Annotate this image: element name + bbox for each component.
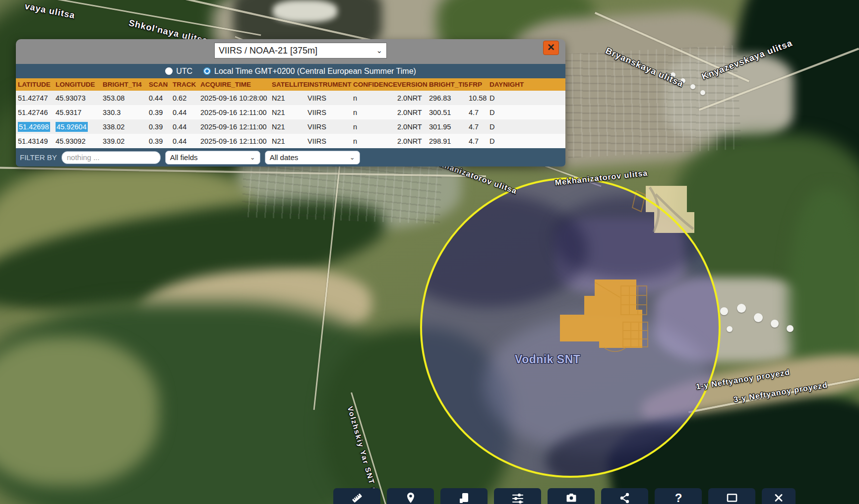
table-cell: 0.62: [173, 94, 200, 102]
local-time-radio-option[interactable]: Local Time GMT+0200 (Central European Su…: [203, 67, 416, 76]
table-cell: 330.3: [103, 109, 149, 116]
help-button[interactable]: ?: [655, 488, 702, 504]
time-toggle-bar: UTC Local Time GMT+0200 (Central Europea…: [16, 64, 565, 78]
close-toolbar-button[interactable]: [762, 488, 796, 504]
filter-by-label: FILTER BY: [20, 153, 57, 162]
svg-text:?: ?: [675, 492, 682, 504]
table-cell: 301.95: [429, 123, 469, 131]
table-header-cell: BRIGHT_TI5: [429, 81, 469, 88]
radio-icon[interactable]: [165, 67, 173, 75]
table-header-cell: ACQUIRE_TIME: [200, 81, 272, 88]
table-cell: D: [490, 94, 565, 102]
table-cell: 338.02: [103, 123, 149, 131]
camera-icon: [565, 492, 578, 504]
table-cell: 51.43149: [18, 137, 56, 145]
dataset-select-value: VIIRS / NOAA-21 [375m]: [219, 46, 317, 56]
table-cell: 0.44: [149, 94, 173, 102]
table-header-cell: BRIGHT_TI4: [103, 81, 149, 88]
share-button[interactable]: [601, 488, 648, 504]
fire-data-popup: VIIRS / NOAA-21 [375m] ⌄ ✕ UTC Local Tim…: [16, 39, 565, 167]
measure-button[interactable]: [333, 488, 380, 504]
table-cell: 0.39: [149, 123, 173, 131]
table-cell: 2025-09-16 10:28:00: [200, 94, 272, 102]
table-cell: 2.0NRT: [397, 137, 429, 145]
table-row[interactable]: 51.42746 45.9317 330.3 0.39 0.44 2025-09…: [16, 105, 565, 119]
chevron-down-icon: ⌄: [250, 154, 255, 161]
table-cell: 2.0NRT: [397, 94, 429, 102]
table-cell: VIIRS: [307, 109, 353, 116]
table-cell: 0.39: [149, 109, 173, 116]
table-header-cell: LONGITUDE: [56, 81, 103, 88]
table-cell: 45.93092: [56, 137, 103, 145]
table-cell: 51.42747: [18, 94, 56, 102]
sliders-icon: [511, 492, 524, 504]
table-cell: n: [353, 94, 397, 102]
table-row[interactable]: 51.43149 45.93092 339.02 0.39 0.44 2025-…: [16, 134, 565, 148]
table-cell: N21: [272, 94, 307, 102]
local-time-label: Local Time GMT+0200 (Central European Su…: [214, 67, 416, 76]
map-pin-icon: [404, 492, 417, 504]
table-cell: N21: [272, 109, 307, 116]
copy-button[interactable]: [440, 488, 488, 504]
table-cell: D: [490, 109, 565, 116]
table-header-cell: CONFIDENCE: [353, 81, 397, 88]
highlighted-cell: 45.92604: [56, 122, 88, 132]
table-header-row: LATITUDE LONGITUDE BRIGHT_TI4 SCAN TRACK…: [16, 78, 565, 91]
filter-input[interactable]: [61, 151, 161, 164]
table-cell: 4.7: [469, 109, 490, 116]
table-cell: 4.7: [469, 137, 490, 145]
table-cell: n: [353, 109, 397, 116]
share-icon: [618, 492, 631, 504]
screenshot-button[interactable]: [548, 488, 595, 504]
location-button[interactable]: [387, 488, 434, 504]
table-cell: 296.83: [429, 94, 469, 102]
table-header-cell: SATELLITE: [272, 81, 307, 88]
table-cell: n: [353, 123, 397, 131]
table-cell: D: [490, 123, 565, 131]
table-cell: 0.44: [173, 123, 200, 131]
table-cell: 2.0NRT: [397, 123, 429, 131]
table-cell: VIIRS: [307, 123, 353, 131]
table-header-cell: FRP: [469, 81, 490, 88]
close-button[interactable]: ✕: [543, 41, 559, 55]
table-header-cell: INSTRUMENT: [307, 81, 353, 88]
utc-radio-option[interactable]: UTC: [165, 67, 192, 76]
popup-header: VIIRS / NOAA-21 [375m] ⌄ ✕: [16, 39, 565, 64]
table-row-selected[interactable]: 51.42698 45.92604 338.02 0.39 0.44 2025-…: [16, 119, 565, 134]
radio-selected-icon[interactable]: [203, 67, 211, 75]
table-cell: 45.9317: [56, 109, 103, 116]
table-header-cell: SCAN: [149, 81, 173, 88]
table-cell: N21: [272, 137, 307, 145]
rectangle-icon: [726, 492, 738, 504]
chevron-down-icon: ⌄: [376, 46, 382, 55]
utc-label: UTC: [176, 67, 192, 76]
table-cell: VIIRS: [307, 137, 353, 145]
draw-rectangle-button[interactable]: [708, 488, 755, 504]
table-cell: 2.0NRT: [397, 109, 429, 116]
table-cell: VIIRS: [307, 94, 353, 102]
table-cell: 0.39: [149, 137, 173, 145]
table-cell: 0.44: [173, 137, 200, 145]
dataset-select[interactable]: VIIRS / NOAA-21 [375m] ⌄: [214, 43, 387, 58]
adjust-layers-button[interactable]: [494, 488, 541, 504]
copy-icon: [458, 492, 471, 504]
close-icon: [772, 492, 785, 504]
table-cell: 2025-09-16 12:11:00: [200, 137, 272, 145]
ruler-icon: [351, 492, 364, 504]
table-cell: 10.58: [469, 94, 490, 102]
table-cell: 2025-09-16 12:11:00: [200, 123, 272, 131]
table-cell: 51.42698: [18, 123, 56, 131]
table-header-cell: TRACK: [173, 81, 200, 88]
table-cell: 0.44: [173, 109, 200, 116]
table-row[interactable]: 51.42747 45.93073 353.08 0.44 0.62 2025-…: [16, 91, 565, 105]
close-icon: ✕: [547, 42, 555, 53]
filter-field-select[interactable]: All fields ⌄: [165, 151, 260, 165]
map-toolbar: ?: [333, 488, 796, 504]
locality-label: Vodnik SNT: [515, 353, 580, 366]
filter-date-select[interactable]: All dates ⌄: [265, 151, 360, 165]
question-icon: ?: [672, 492, 685, 504]
table-cell: 51.42746: [18, 109, 56, 116]
table-header-cell: LATITUDE: [18, 81, 56, 88]
table-header-cell: VERSION: [397, 81, 429, 88]
filter-date-value: All dates: [270, 153, 299, 162]
